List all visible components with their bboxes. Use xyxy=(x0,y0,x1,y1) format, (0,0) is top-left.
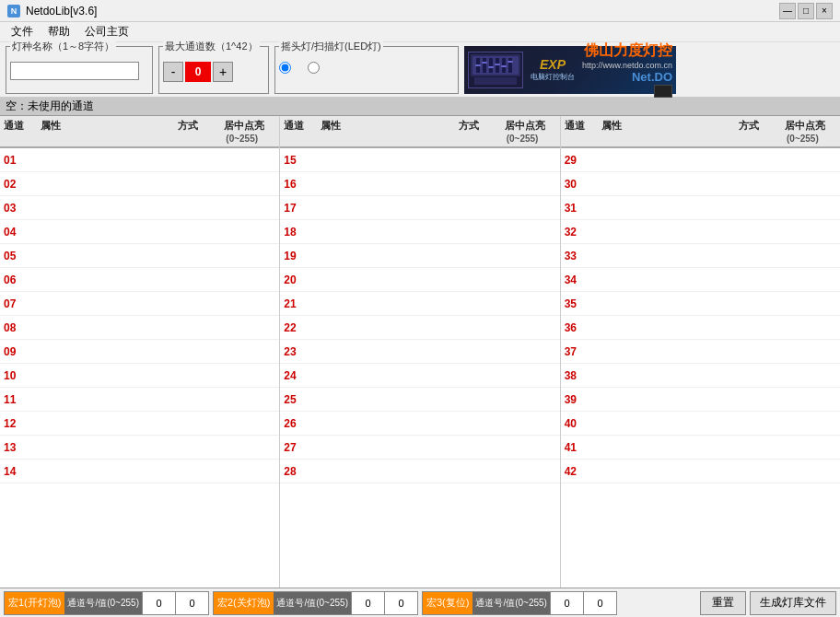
channel-number: 30 xyxy=(561,176,598,192)
channel-cell-2 xyxy=(785,206,840,210)
channel-cell-2 xyxy=(785,374,840,378)
bottom-label-3: 宏3(复位) xyxy=(423,592,472,614)
banner-right: 佛山力度灯控 http://www.netdo.com.cn Net.DO xyxy=(582,41,672,98)
channel-cell-2 xyxy=(785,278,840,282)
col-header-cell-2-1: 通道 xyxy=(282,118,319,145)
channel-number: 29 xyxy=(561,152,598,169)
channel-row: 08 xyxy=(0,316,279,340)
channel-cell-1 xyxy=(739,350,785,354)
channel-number: 25 xyxy=(280,391,317,408)
channel-number: 38 xyxy=(561,367,598,384)
channel-cell-0 xyxy=(317,422,458,425)
channel-row: 25 xyxy=(280,388,559,412)
channel-cell-0 xyxy=(37,398,178,402)
channel-cell-0 xyxy=(317,230,458,234)
channel-number: 11 xyxy=(0,391,37,408)
bottom-input-3a[interactable] xyxy=(550,592,583,614)
col-header-cell-3-2: 属性 xyxy=(600,118,737,145)
channel-cell-2 xyxy=(785,398,840,402)
channel-row: 30 xyxy=(561,172,840,196)
channel-cell-1 xyxy=(739,302,785,306)
channel-row: 10 xyxy=(0,364,279,388)
radio-led-input[interactable] xyxy=(308,62,320,74)
channel-cell-1 xyxy=(178,422,224,425)
bottom-input-2a[interactable] xyxy=(351,592,384,614)
channel-cell-2 xyxy=(224,278,279,282)
svg-rect-16 xyxy=(508,61,513,63)
channel-cell-1 xyxy=(739,278,785,282)
bottom-group-1: 宏1(开灯泡) 通道号/值(0~255) xyxy=(4,591,209,615)
channel-cell-1 xyxy=(739,254,785,258)
generate-button[interactable]: 生成灯库文件 xyxy=(750,591,836,615)
channel-number: 21 xyxy=(280,296,317,312)
radio-led[interactable] xyxy=(308,62,321,74)
channel-row: 05 xyxy=(0,244,279,268)
channel-cell-2 xyxy=(785,326,840,330)
channel-number: 07 xyxy=(0,296,37,312)
channel-cell-2 xyxy=(224,182,279,186)
channel-cell-2 xyxy=(505,302,560,306)
channel-row: 07 xyxy=(0,292,279,316)
channel-cell-2 xyxy=(785,302,840,306)
channel-number: 34 xyxy=(561,272,598,288)
channel-number: 22 xyxy=(280,320,317,336)
channel-cell-1 xyxy=(459,326,505,330)
channel-cell-2 xyxy=(785,446,840,449)
channel-cell-2 xyxy=(224,230,279,234)
channel-number: 40 xyxy=(561,415,598,432)
channel-cell-0 xyxy=(37,230,178,234)
radio-moving-head[interactable] xyxy=(279,62,293,74)
channel-cell-2 xyxy=(505,158,560,162)
channel-area: 通道属性方式居中点亮(0~255)01020304050607080910111… xyxy=(0,116,840,588)
window-controls: — □ × xyxy=(779,3,833,19)
channel-row: 19 xyxy=(280,244,559,268)
bottom-input-2b[interactable] xyxy=(384,592,417,614)
bottom-input-1a[interactable] xyxy=(142,592,175,614)
close-button[interactable]: × xyxy=(816,3,833,19)
channel-row: 24 xyxy=(280,364,559,388)
channel-cell-2 xyxy=(785,254,840,258)
channel-number: 18 xyxy=(280,224,317,240)
channel-cell-0 xyxy=(598,446,739,449)
channel-row: 29 xyxy=(561,148,840,172)
channel-cell-0 xyxy=(598,230,739,234)
bottom-input-1b[interactable] xyxy=(175,592,208,614)
col-header-cell-2-3: 方式 xyxy=(457,118,503,145)
channel-cell-0 xyxy=(598,350,739,354)
channel-cell-2 xyxy=(224,374,279,378)
channel-row: 41 xyxy=(561,436,840,460)
maximize-button[interactable]: □ xyxy=(798,3,814,19)
col-header-cell-2-2: 属性 xyxy=(319,118,456,145)
channel-cell-0 xyxy=(37,470,178,473)
channel-cell-1 xyxy=(178,326,224,330)
channel-cell-1 xyxy=(178,206,224,210)
channel-cell-2 xyxy=(505,206,560,210)
decrement-button[interactable]: - xyxy=(163,62,183,82)
channel-row: 21 xyxy=(280,292,559,316)
bottom-input-3b[interactable] xyxy=(583,592,616,614)
radio-moving-head-input[interactable] xyxy=(279,62,291,74)
bottom-group-3: 宏3(复位) 通道号/值(0~255) xyxy=(422,591,617,615)
col-header-cell-1-4: 居中点亮(0~255) xyxy=(222,118,277,145)
channel-cell-2 xyxy=(224,446,279,449)
channel-cell-1 xyxy=(739,446,785,449)
channel-row: 37 xyxy=(561,340,840,364)
channel-row: 23 xyxy=(280,340,559,364)
channel-cell-1 xyxy=(459,398,505,402)
channel-cell-1 xyxy=(739,374,785,378)
increment-button[interactable]: + xyxy=(213,62,233,82)
channel-row: 17 xyxy=(280,196,559,220)
minimize-button[interactable]: — xyxy=(779,3,796,19)
channel-cell-1 xyxy=(739,398,785,402)
reset-button[interactable]: 重置 xyxy=(700,591,746,615)
channel-cell-0 xyxy=(317,446,458,449)
channel-row: 26 xyxy=(280,412,559,436)
channel-cell-0 xyxy=(37,326,178,330)
col-header-cell-3-3: 方式 xyxy=(737,118,783,145)
status-bar: 空：未使用的通道 xyxy=(0,98,840,116)
name-input[interactable] xyxy=(10,62,139,80)
channel-cell-0 xyxy=(598,326,739,330)
bottom-group-2: 宏2(关灯泡) 通道号/值(0~255) xyxy=(213,591,418,615)
channel-cell-1 xyxy=(459,158,505,162)
channel-cell-1 xyxy=(739,182,785,186)
